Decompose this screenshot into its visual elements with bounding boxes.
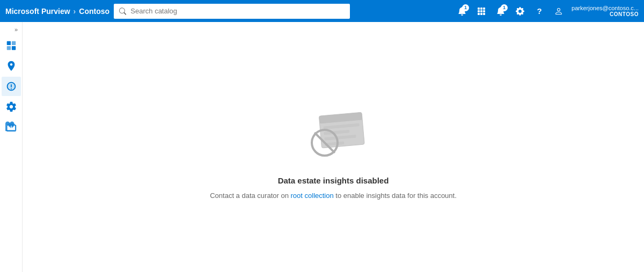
svg-rect-3 [11,46,15,50]
feedback-button[interactable] [550,3,567,20]
notifications-badge: 1 [501,4,508,11]
empty-state: Data estate insights disabled Contact a … [210,94,457,200]
brand-separator: › [74,7,76,16]
svg-rect-6 [8,123,14,127]
settings-icon [516,7,524,16]
sidebar-item-insights[interactable] [2,77,21,96]
brand-name: Microsoft Purview [5,7,70,16]
search-icon [119,8,126,15]
disabled-insights-illustration [290,94,376,170]
sidebar: » [0,22,23,272]
search-input[interactable] [130,7,345,15]
svg-rect-1 [11,41,15,45]
svg-rect-2 [6,46,10,50]
person-icon [554,7,563,16]
data-map-icon [5,60,17,72]
empty-state-subtitle: Contact a data curator on root collectio… [210,192,457,200]
app-layout: » [0,22,644,272]
management-icon [5,101,17,113]
switch-button[interactable] [473,3,490,20]
notifications-button[interactable]: 1 [492,3,509,20]
sidebar-item-solutions[interactable] [2,117,21,137]
help-button[interactable]: ? [531,3,548,20]
tenant-name: Contoso [79,7,109,16]
main-content: Data estate insights disabled Contact a … [23,22,644,272]
user-org: CONTOSO [610,11,639,17]
sidebar-item-management[interactable] [2,97,21,116]
header-icons: 1 1 ? [453,3,639,20]
settings-button[interactable] [511,3,529,20]
empty-state-title: Data estate insights disabled [278,176,389,185]
user-email: parkerjones@contoso.c... [572,5,639,11]
sidebar-item-data-map[interactable] [2,56,21,76]
brand: Microsoft Purview › Contoso [5,7,109,16]
help-icon: ? [537,6,542,16]
top-header: Microsoft Purview › Contoso 1 1 [0,0,644,22]
sidebar-item-data-catalog[interactable] [2,36,21,55]
grid-icon [477,7,486,16]
user-info[interactable]: parkerjones@contoso.c... CONTOSO [572,5,639,17]
expand-button[interactable]: » [11,24,21,35]
solutions-icon [5,121,17,133]
root-collection-link[interactable]: root collection [291,192,334,200]
svg-rect-0 [6,41,10,45]
insights-icon [5,80,17,92]
search-bar[interactable] [114,4,350,19]
alerts-button[interactable]: 1 [453,3,471,20]
data-catalog-icon [5,40,17,52]
alerts-badge: 1 [462,4,469,11]
